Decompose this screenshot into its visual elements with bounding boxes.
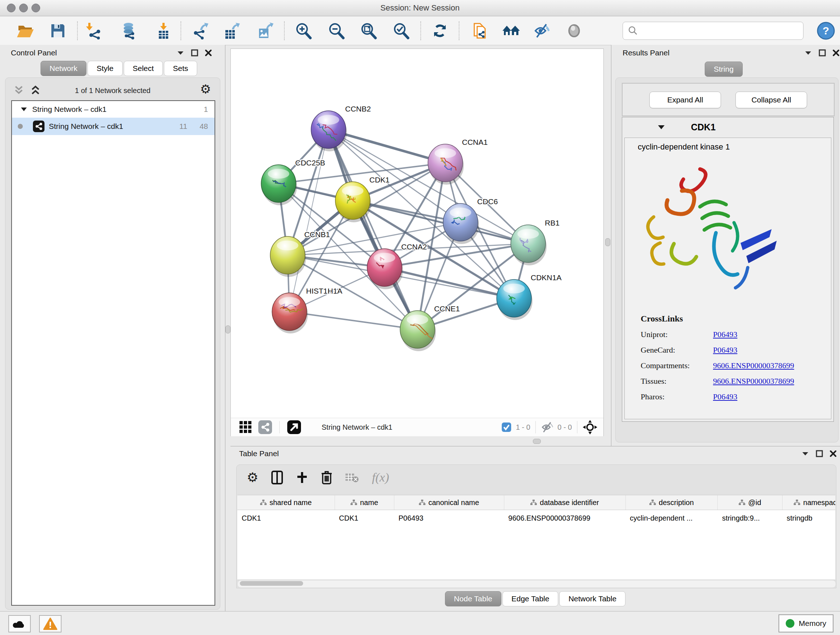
crosslink-link[interactable]: 9606.ENSP00000378699: [713, 377, 794, 386]
network-edge-CCNB2-HIST1H1A[interactable]: [289, 130, 328, 312]
search-input[interactable]: [640, 23, 803, 38]
open-in-window-icon[interactable]: [287, 420, 302, 434]
zoom-fit-button[interactable]: [358, 21, 379, 41]
tab-network[interactable]: Network: [41, 61, 87, 76]
network-node-RB1[interactable]: [511, 225, 546, 265]
column-header-description[interactable]: description: [625, 495, 718, 510]
tab-edge-table[interactable]: Edge Table: [502, 591, 559, 606]
float-panel-icon[interactable]: [804, 50, 812, 56]
zoom-selected-button[interactable]: [391, 21, 411, 41]
table-row[interactable]: CDK1CDK1P064939606.ENSP00000378699cyclin…: [237, 510, 835, 526]
network-node-HIST1H1A[interactable]: [272, 293, 308, 333]
horizontal-splitter-handle[interactable]: [533, 439, 541, 444]
tab-string[interactable]: String: [705, 62, 743, 77]
table-cell[interactable]: CDK1: [237, 510, 335, 526]
table-horizontal-scrollbar[interactable]: [237, 580, 836, 588]
network-edge-HIST1H1A-CCNE1[interactable]: [289, 312, 417, 329]
column-header-database-identifier[interactable]: database identifier: [504, 495, 625, 510]
gene-section-header[interactable]: CDK1: [622, 117, 834, 137]
column-header-namespace[interactable]: namespace: [783, 495, 835, 510]
table-cell[interactable]: P06493: [394, 510, 504, 526]
crosslink-link[interactable]: P06493: [713, 392, 737, 402]
tab-network-table[interactable]: Network Table: [559, 591, 625, 606]
close-panel-icon[interactable]: [832, 49, 840, 57]
delete-column-icon[interactable]: [321, 470, 332, 485]
network-tree-child-row[interactable]: String Network – cdk1 11 48: [12, 118, 215, 135]
search-field[interactable]: [622, 22, 804, 40]
birds-eye-view-icon[interactable]: [583, 420, 598, 435]
left-splitter-handle[interactable]: [225, 325, 231, 333]
import-network-button[interactable]: [84, 21, 104, 41]
tab-sets[interactable]: Sets: [164, 61, 197, 76]
maximize-panel-icon[interactable]: [191, 49, 198, 57]
open-session-button[interactable]: [15, 21, 35, 41]
table-cell[interactable]: 9606.ENSP00000378699: [504, 510, 625, 526]
refresh-button[interactable]: [430, 21, 450, 41]
crosslink-link[interactable]: P06493: [713, 345, 737, 355]
grid-view-icon[interactable]: [239, 420, 253, 434]
column-header-shared-name[interactable]: shared name: [237, 495, 335, 510]
node-label-CDC25B: CDC25B: [295, 158, 325, 167]
collapse-all-button[interactable]: Collapse All: [736, 92, 807, 108]
table-cell[interactable]: CDK1: [335, 510, 394, 526]
help-button[interactable]: ?: [816, 21, 836, 41]
network-edge-CCNA2-CDKN1A[interactable]: [385, 268, 514, 298]
zoom-in-button[interactable]: [294, 21, 314, 41]
table-cell[interactable]: stringdb:9...: [718, 510, 783, 526]
network-node-CCNA1[interactable]: [428, 144, 464, 185]
show-glass-panel-button[interactable]: [564, 21, 584, 41]
network-node-CDK1[interactable]: [335, 182, 371, 222]
float-panel-icon[interactable]: [801, 450, 809, 457]
network-node-CCNB1[interactable]: [270, 236, 306, 277]
tree-expand-arrow-icon[interactable]: [21, 107, 27, 112]
selected-checkbox-icon[interactable]: [501, 422, 512, 432]
crosslink-link[interactable]: 9606.ENSP00000378699: [713, 361, 794, 371]
table-options-gear-icon[interactable]: ⚙: [247, 471, 258, 484]
string-home-button[interactable]: [501, 21, 521, 41]
network-node-CCNB2[interactable]: [311, 111, 347, 151]
table-cell[interactable]: stringdb: [783, 510, 835, 526]
table-cell[interactable]: cyclin-dependent ...: [625, 510, 718, 526]
save-session-button[interactable]: [48, 21, 68, 41]
crosslink-link[interactable]: P06493: [713, 330, 737, 339]
warning-status-button[interactable]: [39, 615, 62, 632]
zoom-out-button[interactable]: [326, 21, 347, 41]
maximize-panel-icon[interactable]: [819, 49, 826, 57]
network-node-CCNE1[interactable]: [400, 310, 436, 351]
network-node-CDC6[interactable]: [443, 203, 479, 244]
network-node-CDKN1A[interactable]: [497, 279, 532, 320]
network-tree-root-row[interactable]: String Network – cdk1 1: [12, 101, 215, 118]
close-panel-icon[interactable]: [205, 49, 212, 57]
network-node-CCNA2[interactable]: [367, 249, 403, 289]
column-header-canonical-name[interactable]: canonical name: [394, 495, 504, 510]
memory-button[interactable]: Memory: [778, 614, 834, 632]
tab-select[interactable]: Select: [124, 61, 163, 76]
float-panel-icon[interactable]: [177, 50, 185, 56]
expand-all-button[interactable]: Expand All: [649, 92, 721, 108]
hide-glass-panel-button[interactable]: [532, 21, 552, 41]
import-table-button[interactable]: [153, 21, 173, 41]
open-string-button[interactable]: [470, 21, 490, 41]
close-panel-icon[interactable]: [829, 450, 837, 457]
column-header-@id[interactable]: @id: [718, 495, 783, 510]
tab-style[interactable]: Style: [88, 61, 123, 76]
scrollbar-thumb[interactable]: [240, 581, 303, 586]
right-splitter-handle[interactable]: [605, 238, 610, 246]
network-options-gear-icon[interactable]: ⚙: [200, 83, 211, 95]
import-network-from-database-button[interactable]: [119, 21, 139, 41]
node-table[interactable]: shared namenamecanonical namedatabase id…: [237, 495, 835, 580]
show-columns-icon[interactable]: [271, 470, 283, 485]
section-collapse-arrow-icon[interactable]: [658, 125, 665, 130]
export-image-button[interactable]: [255, 21, 275, 41]
tab-node-table[interactable]: Node Table: [445, 591, 501, 606]
network-edge-CCNB2-CCNE1[interactable]: [328, 130, 417, 329]
maximize-panel-icon[interactable]: [816, 450, 823, 457]
cloud-status-button[interactable]: [8, 615, 31, 632]
network-share-view-icon[interactable]: [258, 420, 272, 434]
network-node-CDC25B[interactable]: [261, 165, 297, 205]
column-header-name[interactable]: name: [335, 495, 394, 510]
add-column-icon[interactable]: [296, 471, 308, 484]
network-canvas[interactable]: CCNB2CCNA1CDC25BCDK1CDC6RB1CCNB1CCNA2CDK…: [231, 49, 603, 418]
export-table-button[interactable]: [221, 21, 241, 41]
export-network-button[interactable]: [190, 21, 210, 41]
